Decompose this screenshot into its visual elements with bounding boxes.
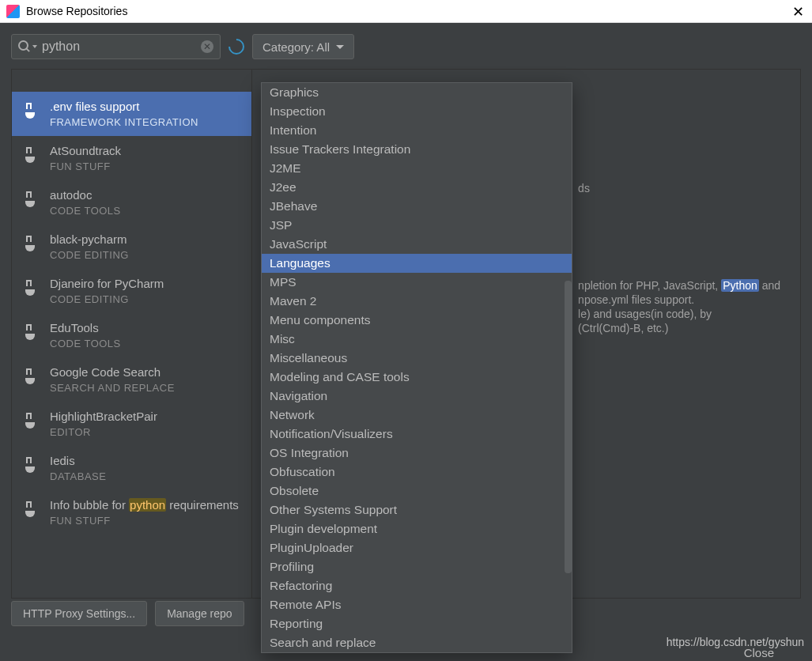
- category-menu-item[interactable]: JSP: [262, 216, 572, 235]
- category-menu[interactable]: GraphicsInspectionIntentionIssue Tracker…: [261, 82, 572, 653]
- plugin-icon: [23, 236, 42, 255]
- category-menu-item[interactable]: JBehave: [262, 197, 572, 216]
- plugin-item[interactable]: IedisDATABASE: [12, 446, 251, 490]
- category-menu-item[interactable]: Modeling and CASE tools: [262, 368, 572, 387]
- plugin-icon: [23, 413, 42, 432]
- category-dropdown[interactable]: Category: All: [252, 34, 354, 59]
- plugin-item[interactable]: Info bubble for python requirementsFUN S…: [12, 490, 251, 534]
- category-menu-item[interactable]: Other Systems Support: [262, 500, 572, 519]
- category-menu-item[interactable]: Miscellaneous: [262, 349, 572, 368]
- scrollbar-thumb[interactable]: [565, 281, 572, 573]
- refresh-icon[interactable]: [225, 36, 247, 58]
- plugin-category: FUN STUFF: [50, 515, 239, 527]
- plugin-item[interactable]: .env files supportFRAMEWORK INTEGRATION: [12, 92, 251, 136]
- detail-text-fragment: ds npletion for PHP, JavaScript, Python …: [578, 181, 780, 335]
- category-menu-item[interactable]: Issue Trackers Integration: [262, 140, 572, 159]
- search-icon: [18, 40, 31, 53]
- category-menu-item[interactable]: Misc: [262, 330, 572, 349]
- titlebar: Browse Repositories ✕: [0, 0, 812, 23]
- footer-buttons: HTTP Proxy Settings... Manage repo: [11, 601, 244, 626]
- app-logo-icon: [6, 5, 20, 18]
- plugin-name: Iedis: [50, 454, 106, 467]
- toolbar: ✕ Category: All: [11, 34, 801, 59]
- plugin-item[interactable]: Djaneiro for PyCharmCODE EDITING: [12, 269, 251, 313]
- plugin-name: black-pycharm: [50, 232, 129, 246]
- plugin-category: CODE TOOLS: [50, 205, 121, 217]
- clear-search-icon[interactable]: ✕: [201, 40, 213, 53]
- plugin-category: CODE EDITING: [50, 249, 129, 261]
- category-menu-item[interactable]: Maven 2: [262, 292, 572, 311]
- plugin-name: .env files support: [50, 100, 198, 113]
- category-menu-item[interactable]: PluginUploader: [262, 538, 572, 557]
- plugin-category: FRAMEWORK INTEGRATION: [50, 116, 198, 128]
- plugin-item[interactable]: Google Code SearchSEARCH AND REPLACE: [12, 357, 251, 402]
- plugin-name: Google Code Search: [50, 365, 175, 379]
- category-menu-item[interactable]: Inspection: [262, 102, 572, 121]
- window-title: Browse Repositories: [26, 5, 127, 17]
- plugin-icon: [23, 457, 42, 476]
- plugin-category: CODE TOOLS: [50, 338, 121, 349]
- search-input[interactable]: [42, 40, 201, 54]
- app-body: ✕ Category: All .env files supportFRAMEW…: [0, 23, 812, 661]
- plugin-item[interactable]: AtSoundtrackFUN STUFF: [12, 136, 251, 180]
- category-label: Category: All: [262, 40, 330, 54]
- category-menu-item[interactable]: Notification/Visualizers: [262, 425, 572, 444]
- plugin-category: CODE EDITING: [50, 293, 164, 305]
- plugin-name: HighlightBracketPair: [50, 410, 157, 423]
- category-menu-item[interactable]: Search and replace: [262, 633, 572, 652]
- watermark-text: https://blog.csdn.net/gyshun: [667, 636, 804, 648]
- plugin-name: AtSoundtrack: [50, 144, 121, 157]
- category-menu-item[interactable]: Navigation: [262, 387, 572, 406]
- plugin-icon: [23, 147, 42, 166]
- manage-repos-button[interactable]: Manage repo: [155, 601, 244, 626]
- category-menu-item[interactable]: OS Integration: [262, 444, 572, 463]
- plugin-icon: [23, 324, 42, 343]
- plugin-category: DATABASE: [50, 470, 106, 482]
- category-menu-item[interactable]: JavaScript: [262, 235, 572, 254]
- search-box[interactable]: ✕: [11, 34, 221, 59]
- plugin-list[interactable]: .env files supportFRAMEWORK INTEGRATIONA…: [11, 69, 252, 599]
- plugin-category: SEARCH AND REPLACE: [50, 382, 175, 394]
- plugin-item[interactable]: EduToolsCODE TOOLS: [12, 313, 251, 357]
- category-menu-item[interactable]: J2ME: [262, 159, 572, 178]
- category-menu-item[interactable]: Network: [262, 406, 572, 425]
- plugin-name: autodoc: [50, 188, 121, 202]
- plugin-category: EDITOR: [50, 426, 157, 438]
- category-menu-item[interactable]: Obfuscation: [262, 463, 572, 482]
- plugin-icon: [23, 280, 42, 299]
- category-menu-item[interactable]: Intention: [262, 121, 572, 140]
- plugin-icon: [23, 103, 42, 122]
- plugin-icon: [23, 501, 42, 520]
- plugin-name: Info bubble for python requirements: [50, 498, 239, 512]
- category-menu-item[interactable]: Reporting: [262, 614, 572, 633]
- search-options-chevron-icon[interactable]: [32, 45, 37, 48]
- plugin-item[interactable]: autodocCODE TOOLS: [12, 180, 251, 225]
- category-menu-item[interactable]: Remote APIs: [262, 595, 572, 614]
- chevron-down-icon: [336, 45, 344, 49]
- plugin-category: FUN STUFF: [50, 161, 121, 172]
- category-menu-item[interactable]: Refactoring: [262, 576, 572, 595]
- category-menu-item[interactable]: Profiling: [262, 557, 572, 576]
- category-menu-item[interactable]: Menu components: [262, 311, 572, 330]
- category-menu-item[interactable]: Plugin development: [262, 519, 572, 538]
- http-proxy-button[interactable]: HTTP Proxy Settings...: [11, 601, 147, 626]
- plugin-name: Djaneiro for PyCharm: [50, 277, 164, 290]
- plugin-icon: [23, 368, 42, 387]
- close-icon[interactable]: ✕: [792, 3, 804, 21]
- plugin-item[interactable]: HighlightBracketPairEDITOR: [12, 402, 251, 446]
- plugin-item[interactable]: black-pycharmCODE EDITING: [12, 225, 251, 269]
- category-menu-item[interactable]: Obsolete: [262, 482, 572, 500]
- plugin-icon: [23, 191, 42, 210]
- plugin-name: EduTools: [50, 321, 121, 334]
- category-menu-item[interactable]: Graphics: [262, 83, 572, 102]
- category-menu-item[interactable]: MPS: [262, 273, 572, 292]
- category-menu-item[interactable]: Languages: [262, 254, 572, 273]
- category-menu-item[interactable]: J2ee: [262, 178, 572, 197]
